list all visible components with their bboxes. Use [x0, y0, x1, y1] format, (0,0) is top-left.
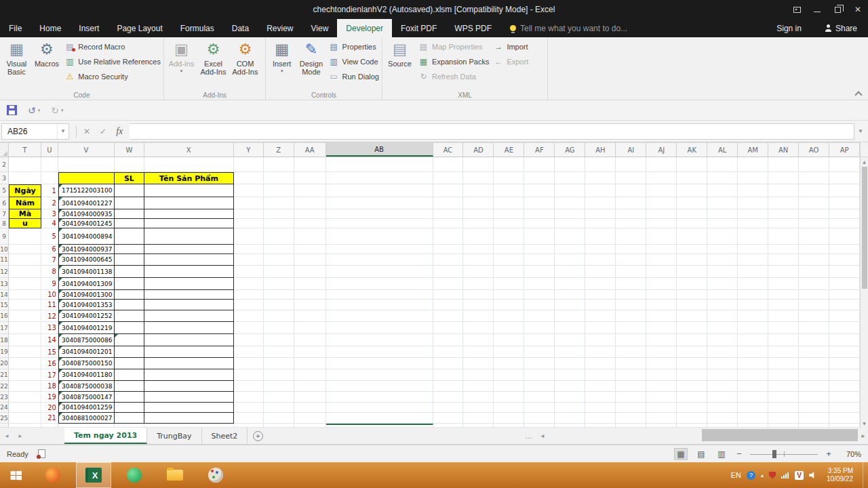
cell-X7[interactable] — [144, 209, 234, 219]
collapse-ribbon-button[interactable] — [856, 90, 861, 96]
cell-V15[interactable]: 3041094001353 — [58, 300, 115, 310]
cell-AE2[interactable] — [494, 157, 524, 172]
cell-W19[interactable] — [115, 346, 144, 358]
macro-security-button[interactable]: ⚠Macro Security — [64, 72, 161, 81]
cell-W25[interactable] — [115, 413, 144, 424]
cell-U12[interactable]: 8 — [41, 266, 58, 278]
cell-AP10[interactable] — [829, 245, 860, 254]
cell-AL23[interactable] — [707, 392, 738, 403]
column-header-AO[interactable]: AO — [799, 143, 829, 157]
cell-AK18[interactable] — [677, 334, 707, 346]
cell-Z11[interactable] — [264, 254, 294, 266]
zoom-slider-thumb[interactable] — [772, 450, 776, 458]
cell-AB18[interactable] — [326, 334, 433, 346]
cell-AI12[interactable] — [616, 266, 646, 278]
cell-AI7[interactable] — [616, 209, 646, 219]
sheet-tab-trungbay[interactable]: TrungBay — [147, 428, 201, 444]
cell-AP24[interactable] — [829, 403, 860, 413]
cell-AD6[interactable] — [463, 197, 494, 209]
cell-AB5[interactable] — [326, 184, 433, 197]
cell-AK25[interactable] — [677, 413, 707, 424]
cell-AC21[interactable] — [433, 369, 464, 381]
cell-AE20[interactable] — [494, 358, 524, 369]
cell-AK11[interactable] — [677, 254, 707, 266]
cell-AD9[interactable] — [463, 228, 494, 245]
cell-AE19[interactable] — [494, 346, 524, 358]
cell-AI22[interactable] — [616, 381, 646, 392]
cell-AG7[interactable] — [555, 209, 585, 219]
run-dialog-button[interactable]: ▭Run Dialog — [329, 72, 379, 81]
cell-X2[interactable] — [144, 157, 234, 172]
cell-W23[interactable] — [115, 392, 144, 403]
cell-AG15[interactable] — [555, 300, 585, 310]
cell-V21[interactable]: 3041094001180 — [58, 369, 115, 381]
cell-AM15[interactable] — [738, 300, 768, 310]
cell-AI25[interactable] — [616, 413, 646, 424]
cell-AL7[interactable] — [707, 209, 738, 219]
cell-AK15[interactable] — [677, 300, 707, 310]
cell-AO16[interactable] — [799, 310, 829, 322]
cell-AL6[interactable] — [707, 197, 738, 209]
cell-AC11[interactable] — [433, 254, 464, 266]
cell-AA2[interactable] — [294, 157, 326, 172]
cell-AP2[interactable] — [829, 157, 860, 172]
cell-AF13[interactable] — [524, 278, 555, 290]
cell-AN9[interactable] — [768, 228, 799, 245]
cell-AG18[interactable] — [555, 334, 585, 346]
cell-AA24[interactable] — [294, 403, 326, 413]
cell-AH3[interactable] — [585, 172, 616, 184]
refresh-data-button[interactable]: ↻Refresh Data — [418, 72, 489, 81]
cell-Y25[interactable] — [234, 413, 264, 424]
cell-W6[interactable] — [115, 197, 144, 209]
visual-basic-button[interactable]: ▦Visual Basic — [1, 39, 32, 89]
expansion-packs-button[interactable]: ▦Expansion Packs — [418, 57, 489, 66]
cell-AC22[interactable] — [433, 381, 464, 392]
cell-Y14[interactable] — [234, 290, 264, 300]
cell-W5[interactable] — [115, 184, 144, 197]
cell-AN2[interactable] — [768, 157, 799, 172]
ribbon-display-options-button[interactable] — [787, 0, 807, 19]
page-layout-view-button[interactable]: ▤ — [694, 448, 708, 460]
cell-AH16[interactable] — [585, 310, 616, 322]
cell-T5[interactable]: Ngày — [9, 184, 41, 197]
cell-AD17[interactable] — [463, 322, 494, 334]
cell-U24[interactable]: 20 — [41, 403, 58, 413]
cell-X18[interactable] — [144, 334, 234, 346]
cell-AE22[interactable] — [494, 381, 524, 392]
cell-AB2[interactable] — [326, 157, 433, 172]
cell-AH24[interactable] — [585, 403, 616, 413]
cell-U25[interactable]: 21 — [41, 413, 58, 424]
cell-Y26[interactable] — [234, 424, 264, 428]
cell-AH13[interactable] — [585, 278, 616, 290]
cell-AI24[interactable] — [616, 403, 646, 413]
cell-AD13[interactable] — [463, 278, 494, 290]
cell-AA26[interactable] — [294, 424, 326, 428]
ribbon-tab-file[interactable]: File — [0, 19, 31, 37]
cell-AJ2[interactable] — [646, 157, 677, 172]
taskbar-app-excel[interactable] — [76, 462, 111, 488]
cell-V6[interactable]: 3041094001227 — [58, 197, 115, 209]
row-header-3[interactable]: 3 — [0, 172, 9, 184]
cell-AM19[interactable] — [738, 346, 768, 358]
row-header-14[interactable]: 14 — [0, 290, 9, 300]
cell-Y5[interactable] — [234, 184, 264, 197]
column-header-AH[interactable]: AH — [585, 143, 616, 157]
cell-AN18[interactable] — [768, 334, 799, 346]
cell-AI19[interactable] — [616, 346, 646, 358]
cell-AM25[interactable] — [738, 413, 768, 424]
cell-Z16[interactable] — [264, 310, 294, 322]
cell-AC25[interactable] — [433, 413, 464, 424]
cell-V10[interactable]: 3041094000937 — [58, 245, 115, 254]
row-header-16[interactable]: 16 — [0, 310, 9, 322]
cell-W20[interactable] — [115, 358, 144, 369]
sheet-nav-right-icon[interactable]: ► — [14, 428, 27, 444]
cell-AG19[interactable] — [555, 346, 585, 358]
cell-AG10[interactable] — [555, 245, 585, 254]
cell-V12[interactable]: 3041094001138 — [58, 266, 115, 278]
cell-AM22[interactable] — [738, 381, 768, 392]
cell-AL3[interactable] — [707, 172, 738, 184]
cell-AO24[interactable] — [799, 403, 829, 413]
cell-U26[interactable] — [41, 424, 58, 428]
cell-AM8[interactable] — [738, 219, 768, 228]
cell-AA11[interactable] — [294, 254, 326, 266]
